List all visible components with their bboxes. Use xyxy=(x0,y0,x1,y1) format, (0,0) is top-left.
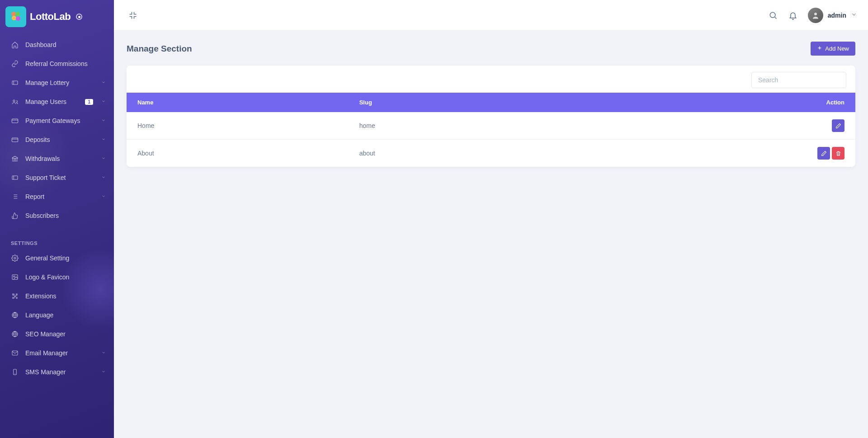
chevron-down-icon xyxy=(101,137,106,142)
thumb-icon xyxy=(11,212,19,220)
svg-point-21 xyxy=(770,12,775,18)
edit-button[interactable] xyxy=(832,119,844,132)
sidebar-item-payment-gateways[interactable]: Payment Gateways xyxy=(0,111,114,130)
sidebar-item-general-setting[interactable]: General Setting xyxy=(0,249,114,268)
svg-rect-19 xyxy=(12,351,18,355)
sidebar-item-label: Dashboard xyxy=(25,41,106,48)
brand-logo[interactable]: LottoLab xyxy=(0,0,114,35)
sidebar-item-manage-users[interactable]: Manage Users1 xyxy=(0,92,114,111)
svg-point-3 xyxy=(16,16,20,21)
edit-button[interactable] xyxy=(817,147,830,160)
sidebar-item-deposits[interactable]: Deposits xyxy=(0,130,114,149)
svg-point-22 xyxy=(814,13,817,15)
chevron-down-icon xyxy=(851,11,857,19)
chevron-down-icon xyxy=(101,350,106,356)
sidebar-item-email-manager[interactable]: Email Manager xyxy=(0,344,114,363)
svg-point-9 xyxy=(14,257,16,259)
search-input[interactable] xyxy=(751,72,846,88)
chevron-down-icon xyxy=(101,99,106,104)
add-new-label: Add New xyxy=(825,45,849,52)
delete-button[interactable] xyxy=(832,147,844,160)
sidebar-item-label: Withdrawals xyxy=(25,155,95,162)
sidebar-item-label: Manage Lottery xyxy=(25,79,95,86)
svg-point-2 xyxy=(12,16,16,20)
sidebar-item-label: Payment Gateways xyxy=(25,117,95,124)
sidebar-item-label: Manage Users xyxy=(25,98,79,105)
sidebar-item-subscribers[interactable]: Subscribers xyxy=(0,206,114,225)
list-icon xyxy=(11,193,19,201)
bell-icon[interactable] xyxy=(788,10,798,20)
image-icon xyxy=(11,273,19,281)
sidebar-item-label: SEO Manager xyxy=(25,330,106,338)
sidebar-item-manage-lottery[interactable]: Manage Lottery xyxy=(0,73,114,92)
svg-point-0 xyxy=(11,12,16,16)
cell-action xyxy=(564,112,855,140)
chevron-down-icon xyxy=(101,80,106,85)
sidebar-item-label: Email Manager xyxy=(25,349,95,357)
sidebar-item-sms-manager[interactable]: SMS Manager xyxy=(0,363,114,381)
mail-icon xyxy=(11,349,19,357)
svg-point-16 xyxy=(14,296,16,297)
table-row: Aboutabout xyxy=(127,140,855,167)
svg-rect-8 xyxy=(12,176,18,179)
svg-point-14 xyxy=(13,297,14,299)
sidebar-item-referral-commissions[interactable]: Referral Commissions xyxy=(0,54,114,73)
col-action: Action xyxy=(564,93,855,112)
sidebar-item-language[interactable]: Language xyxy=(0,306,114,325)
svg-point-15 xyxy=(16,297,18,299)
globe-icon xyxy=(11,311,19,319)
sidebar-section-settings: SETTINGS xyxy=(0,234,114,249)
section-card: Name Slug Action HomehomeAboutabout xyxy=(127,66,855,167)
sidebar-collapse-icon[interactable] xyxy=(128,11,137,20)
home-icon xyxy=(11,41,19,49)
sidebar-item-support-ticket[interactable]: Support Ticket xyxy=(0,168,114,187)
sidebar-item-label: Support Ticket xyxy=(25,174,95,181)
add-new-button[interactable]: Add New xyxy=(811,42,855,56)
svg-point-5 xyxy=(13,100,15,102)
puzzle-icon xyxy=(11,292,19,300)
svg-point-11 xyxy=(14,276,15,277)
ticket-icon xyxy=(11,174,19,182)
cell-slug: about xyxy=(349,140,564,167)
col-name: Name xyxy=(127,93,349,112)
cell-action xyxy=(564,140,855,167)
cell-slug: home xyxy=(349,112,564,140)
svg-rect-6 xyxy=(12,119,18,123)
sidebar-item-label: Language xyxy=(25,311,106,319)
sidebar-item-label: Extensions xyxy=(25,292,106,300)
sections-table: Name Slug Action HomehomeAboutabout xyxy=(127,93,855,167)
main-area: admin Manage Section Add New xyxy=(114,0,868,438)
sidebar: LottoLab DashboardReferral CommissionsMa… xyxy=(0,0,114,438)
sidebar-item-label: SMS Manager xyxy=(25,368,95,376)
chevron-down-icon xyxy=(101,156,106,161)
svg-rect-7 xyxy=(12,138,18,142)
user-name-label: admin xyxy=(828,12,846,19)
table-row: Homehome xyxy=(127,112,855,140)
user-menu[interactable]: admin xyxy=(808,8,857,23)
phone-icon xyxy=(11,368,19,376)
cell-name: Home xyxy=(127,112,349,140)
brand-name: LottoLab xyxy=(30,11,71,23)
sidebar-item-dashboard[interactable]: Dashboard xyxy=(0,35,114,54)
search-icon[interactable] xyxy=(768,10,778,20)
svg-rect-10 xyxy=(12,275,18,280)
card-icon xyxy=(11,117,19,125)
sidebar-item-logo-favicon[interactable]: Logo & Favicon xyxy=(0,268,114,287)
chevron-down-icon xyxy=(101,175,106,180)
gear-icon xyxy=(11,254,19,262)
brand-indicator-icon xyxy=(76,14,82,20)
svg-point-1 xyxy=(15,12,20,16)
bank-icon xyxy=(11,155,19,163)
sidebar-item-extensions[interactable]: Extensions xyxy=(0,287,114,306)
sidebar-item-seo-manager[interactable]: SEO Manager xyxy=(0,325,114,344)
sidebar-badge: 1 xyxy=(85,99,93,105)
svg-point-12 xyxy=(13,294,14,295)
brand-mark-icon xyxy=(5,6,26,27)
globe-icon xyxy=(11,330,19,338)
sidebar-item-label: Referral Commissions xyxy=(25,60,106,67)
sidebar-item-withdrawals[interactable]: Withdrawals xyxy=(0,149,114,168)
sidebar-item-report[interactable]: Report xyxy=(0,187,114,206)
topbar: admin xyxy=(114,0,868,31)
chevron-down-icon xyxy=(101,194,106,199)
sidebar-item-label: General Setting xyxy=(25,254,106,262)
